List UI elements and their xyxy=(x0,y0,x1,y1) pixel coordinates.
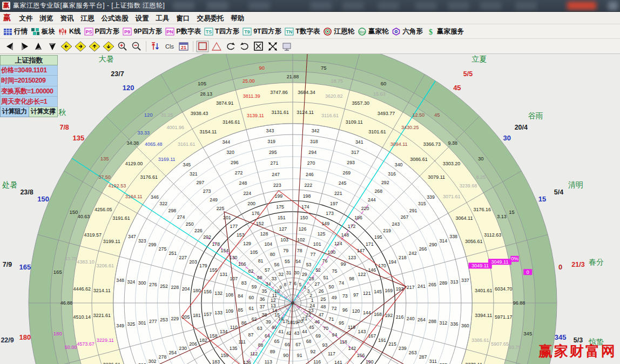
toolbar-button-9T四方形[interactable]: T99T四方形 xyxy=(242,27,281,36)
toolbar-button-P数字表[interactable]: PNP数字表 xyxy=(165,27,201,36)
menu-item-10[interactable]: 帮助 xyxy=(227,13,248,24)
toolbar-button-label: 江恩轮 xyxy=(334,27,354,36)
square-tool-icon[interactable] xyxy=(196,40,210,53)
menu-item-2[interactable]: 浏览 xyxy=(36,13,57,24)
wheel-number: 341 xyxy=(355,139,363,145)
toolbar-button-赢家服务[interactable]: $赢家服务 xyxy=(426,27,464,36)
outer-degree-label: 180 xyxy=(19,333,31,341)
price-outer-label: 3303.20 xyxy=(443,161,461,166)
menu-item-9[interactable]: 交易委托 xyxy=(193,13,227,24)
triangle-left-icon[interactable] xyxy=(3,40,17,53)
menu-item-1[interactable]: 文件 xyxy=(16,13,36,24)
menu-item-8[interactable]: 窗口 xyxy=(173,13,193,24)
wheel-number: 95 xyxy=(339,320,344,326)
wheel-number: 55 xyxy=(285,259,290,264)
diamond-up-icon[interactable] xyxy=(87,40,102,53)
wheel-number: 311 xyxy=(429,359,437,364)
toolbar-button-T数字表[interactable]: TNT数字表 xyxy=(285,27,320,36)
menu-item-6[interactable]: 设置 xyxy=(132,13,152,24)
wheel-number: 314 xyxy=(439,238,447,244)
diamond-left-icon[interactable] xyxy=(59,40,73,53)
wheel-number: 153 xyxy=(237,232,245,238)
wheel-number: 38 xyxy=(262,312,267,318)
wheel-number: 345 xyxy=(183,162,191,167)
gann-wheel-chart[interactable]: 1234567891011121314151617181920212223242… xyxy=(0,54,620,364)
wheel-number: 31 xyxy=(286,270,292,275)
wheel-number: 313 xyxy=(450,279,459,285)
date-label: 23/7 xyxy=(111,70,124,78)
rotate-ccw-icon[interactable] xyxy=(224,40,238,53)
percent-label: 93.75 xyxy=(509,345,521,350)
move-cross-icon[interactable] xyxy=(266,40,280,53)
wheel-number: 74 xyxy=(339,280,344,286)
wheel-number: 294 xyxy=(308,150,316,155)
dollar-service-icon: $ xyxy=(426,28,435,36)
wheel-number: 167 xyxy=(368,333,376,339)
blurred-region xyxy=(515,2,537,10)
zoom-out-icon[interactable] xyxy=(130,40,144,53)
toolbar-button-T四方形[interactable]: TST四方形 xyxy=(204,27,239,36)
price-inner-label: 3086.61 xyxy=(410,157,428,162)
wheel-number: 206 xyxy=(189,341,197,347)
toolbar-button-行情[interactable]: 行情 xyxy=(3,27,28,36)
calc-support-button[interactable]: 计算支撑 xyxy=(29,107,58,117)
wheel-number: 222 xyxy=(304,183,312,188)
toolbar-button-六角形[interactable]: 六角形 xyxy=(392,27,423,36)
text-updown-icon[interactable] xyxy=(149,40,163,53)
wheel-number: 126 xyxy=(299,226,307,232)
outer-degree-label: 165 xyxy=(19,263,31,271)
wheel-number: 195 xyxy=(374,234,382,240)
menu-item-4[interactable]: 江恩 xyxy=(77,13,98,24)
rotate-cw-icon[interactable] xyxy=(238,40,252,53)
wheel-number: 75 xyxy=(332,268,338,274)
toolbar-button-板块[interactable]: 板块 xyxy=(31,27,55,36)
diamond-right-icon[interactable] xyxy=(73,40,87,53)
triangle-down-icon[interactable] xyxy=(45,40,59,53)
toolbar-button-赢家轮[interactable]: Big赢家轮 xyxy=(358,27,389,36)
toolbar-button-9P四方形[interactable]: P99P四方形 xyxy=(123,27,162,36)
wheel-number: 4 xyxy=(304,285,306,290)
diamond-down-icon[interactable] xyxy=(102,40,116,53)
triangle-up-icon[interactable] xyxy=(31,40,45,53)
wheel-number: 124 xyxy=(334,241,342,246)
cls-icon[interactable]: Cls xyxy=(163,40,177,53)
price-outer-label: 4065.48 xyxy=(145,141,163,147)
zoom-in-icon[interactable] xyxy=(116,40,130,53)
percent-label: 46.88 xyxy=(60,300,73,306)
calc-resistance-button[interactable]: 计算阻力 xyxy=(0,107,29,117)
menu-item-3[interactable]: 资讯 xyxy=(57,13,77,24)
price-outer-label: 3557.30 xyxy=(352,100,369,106)
wheel-number: 264 xyxy=(417,317,426,322)
wheel-number: 85 xyxy=(238,307,243,313)
toolbar-button-P四方形[interactable]: PSP四方形 xyxy=(84,27,120,36)
wheel-number: 50 xyxy=(329,284,334,289)
triangle-tool-icon[interactable] xyxy=(210,40,224,53)
box-x-icon[interactable] xyxy=(252,40,266,53)
date-row: 时间=20150209 xyxy=(0,76,58,86)
wheel-number: 60 xyxy=(248,295,254,300)
wheel-number: 61 xyxy=(248,306,254,311)
percent-label: 50.00 xyxy=(65,345,77,350)
toolbar-button-label: 9P四方形 xyxy=(133,27,162,36)
price-inner-label: 3401.61 xyxy=(475,288,493,293)
title-bar[interactable]: 赢 赢家江恩专业版[赢家服务平台] - [上证指数 江恩轮] xyxy=(0,0,620,12)
triangle-right-icon[interactable] xyxy=(17,40,31,53)
gann-wheel-svg[interactable]: 1234567891011121314151617181920212223242… xyxy=(0,54,620,364)
degree-label: 165 xyxy=(53,269,62,275)
screen-icon[interactable] xyxy=(280,40,294,53)
wheel-number: 325 xyxy=(127,321,136,327)
toolbar-button-K线[interactable]: K线 xyxy=(58,27,81,36)
calendar-icon[interactable]: 21 xyxy=(177,40,191,53)
menu-item-7[interactable]: 工具 xyxy=(152,13,173,24)
wheel-number: 89 xyxy=(270,349,275,354)
price-inner-label: 3139.11 xyxy=(247,113,264,118)
toolbar-button-江恩轮[interactable]: 江恩轮 xyxy=(323,27,354,36)
blurred-close-button[interactable] xyxy=(567,2,596,10)
menu-item-5[interactable]: 公式选股 xyxy=(98,13,132,24)
degree-label: 90 xyxy=(259,65,265,71)
price-outer-label: 3620.82 xyxy=(325,93,343,99)
price-outer-label: 3747.86 xyxy=(270,90,288,95)
wheel-number: 116 xyxy=(313,359,321,364)
wheel-number: 34 xyxy=(266,281,271,287)
price-inner-label: 3064.11 xyxy=(456,215,473,221)
